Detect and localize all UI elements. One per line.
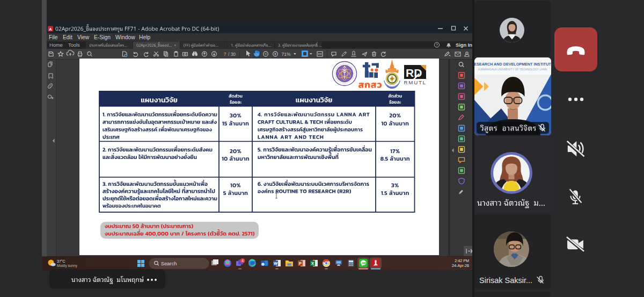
- svg-text:P: P: [299, 261, 302, 266]
- svg-text:Search: Search: [161, 261, 177, 266]
- svg-text:Window: Window: [115, 34, 135, 40]
- svg-text:Mostly sunny: Mostly sunny: [57, 264, 78, 268]
- svg-text:?: ?: [436, 42, 438, 47]
- svg-text:Home: Home: [49, 42, 63, 48]
- svg-text:File: File: [49, 34, 58, 40]
- svg-text:AJAMANGALA UNIVERSITY OF TECHN: AJAMANGALA UNIVERSITY OF TECHNOLOGY LANN: [478, 68, 547, 71]
- svg-text:E-Sign: E-Sign: [94, 34, 111, 40]
- svg-text:37°C: 37°C: [57, 259, 65, 263]
- svg-text:2:42 PM: 2:42 PM: [455, 258, 469, 263]
- svg-text:W: W: [274, 261, 278, 266]
- svg-text:LINE: LINE: [360, 262, 367, 265]
- svg-text:A: A: [49, 27, 52, 32]
- svg-text:Sirisak Saksir...: Sirisak Saksir...: [479, 276, 532, 285]
- svg-text:Tools: Tools: [68, 42, 80, 48]
- svg-text:24-Apr-26: 24-Apr-26: [452, 263, 469, 268]
- svg-text:7: 7: [224, 52, 226, 57]
- svg-text:/ 30: / 30: [228, 52, 236, 57]
- svg-text:View: View: [77, 34, 90, 40]
- svg-text:RD: RD: [406, 67, 422, 79]
- svg-text:71%: 71%: [281, 52, 290, 57]
- svg-text:Sign In: Sign In: [456, 42, 472, 48]
- svg-text:Help: Help: [139, 34, 150, 40]
- svg-text:4: 4: [241, 259, 244, 263]
- svg-text:Edit: Edit: [63, 34, 72, 40]
- svg-text:ESEARCH AND DEVELOPMENT INSTIT: ESEARCH AND DEVELOPMENT INSTITUT: [474, 62, 551, 67]
- svg-text:X: X: [311, 261, 314, 266]
- svg-text:RMUTL: RMUTL: [404, 79, 427, 85]
